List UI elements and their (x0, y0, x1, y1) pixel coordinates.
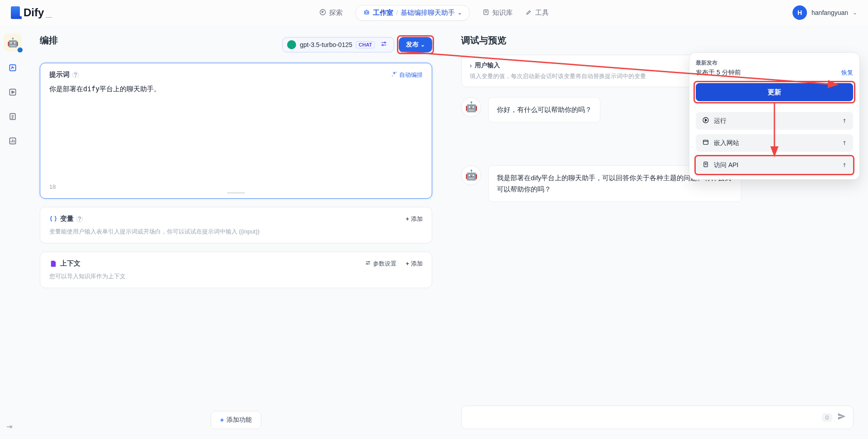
svg-marker-8 (12, 91, 14, 93)
svg-point-16 (367, 263, 368, 264)
context-params-button[interactable]: 参数设置 (365, 260, 396, 268)
preview-title: 调试与预览 (461, 34, 854, 47)
user-input-title: 用户输入 (475, 61, 500, 70)
nav-studio-active[interactable]: 工作室 / 基础编排聊天助手 ⌄ (355, 5, 470, 21)
nav-tools-label: 工具 (535, 9, 549, 17)
app-icon[interactable]: 🤖 🔵 (4, 33, 22, 51)
publish-run-item[interactable]: 运行 ↗ (696, 112, 853, 130)
page-title: 编排 (40, 34, 58, 47)
brand-logo[interactable]: Dify _ (11, 6, 52, 19)
info-icon[interactable]: ? (76, 216, 83, 222)
variables-panel: 变量 ? +添加 变量能使用户输入表单引入提示词或开场白，你可以试试在提示词中输… (40, 207, 432, 243)
tool-icon (525, 9, 533, 17)
brand-name: Dify (24, 6, 44, 19)
publish-api-item[interactable]: 访问 API ↗ (696, 156, 853, 174)
add-context-button[interactable]: +添加 (406, 260, 423, 268)
nav-studio-label: 工作室 (373, 9, 393, 17)
nav-explore-label: 探索 (329, 9, 343, 17)
auto-orchestrate-label: 自动编排 (399, 71, 423, 79)
publish-embed-label: 嵌入网站 (714, 139, 739, 147)
model-name: gpt-3.5-turbo-0125 (300, 41, 352, 48)
compass-icon (319, 9, 326, 17)
publish-timestamp: 发布于 5 分钟前 (696, 69, 741, 77)
publish-button[interactable]: 发布 ⌄ (399, 37, 432, 52)
preview-column: 调试与预览 › 用户输入 填入变量的值，每次启动新会话时该变量将自动替换提示词中… (447, 25, 868, 439)
sidebar-orchestrate[interactable] (5, 60, 21, 76)
svg-point-14 (392, 75, 393, 76)
sliders-icon[interactable] (378, 40, 389, 49)
model-selector[interactable]: gpt-3.5-turbo-0125 CHAT (282, 37, 394, 52)
nav-knowledge-label: 知识库 (492, 9, 513, 17)
publish-api-label: 访问 API (714, 161, 738, 169)
robot-icon (363, 9, 370, 17)
prompt-char-count: 18 (49, 180, 423, 190)
add-variable-button[interactable]: +添加 (406, 215, 423, 223)
nav-tools[interactable]: 工具 (525, 9, 549, 17)
prompt-title: 提示词 (49, 70, 70, 79)
chevron-right-icon: › (470, 62, 472, 69)
orchestrate-column: 编排 gpt-3.5-turbo-0125 CHAT 发布 ⌄ (25, 25, 447, 439)
app-badge-icon: 🔵 (17, 47, 23, 52)
top-nav: 探索 工作室 / 基础编排聊天助手 ⌄ 知识库 工具 (319, 5, 549, 21)
browser-icon (702, 139, 709, 147)
chat-input-bar[interactable]: 0 (461, 406, 854, 429)
bot-avatar-icon: 🤖 (461, 165, 481, 185)
resize-handle[interactable] (227, 192, 245, 194)
bot-avatar-icon: 🤖 (461, 97, 481, 117)
variables-hint: 变量能使用户输入表单引入提示词或开场白，你可以试试在提示词中输入 {{input… (49, 228, 423, 236)
sidebar-collapse[interactable]: ⇥ (6, 422, 12, 431)
publish-section-label: 最新发布 (696, 59, 853, 67)
chevron-down-icon[interactable]: ⌄ (458, 9, 462, 16)
send-icon[interactable] (837, 411, 847, 424)
svg-point-15 (369, 262, 370, 262)
logo-mark-icon (11, 6, 20, 19)
top-header: Dify _ 探索 工作室 / 基础编排聊天助手 ⌄ 知识库 (0, 0, 868, 25)
nav-knowledge[interactable]: 知识库 (482, 9, 513, 17)
publish-embed-item[interactable]: 嵌入网站 ↗ (696, 134, 853, 152)
publish-run-label: 运行 (714, 117, 726, 125)
svg-marker-18 (705, 119, 707, 121)
external-link-icon: ↗ (841, 161, 849, 169)
svg-marker-1 (322, 11, 323, 13)
external-link-icon: ↗ (841, 117, 849, 125)
info-icon[interactable]: ? (72, 72, 79, 78)
auto-orchestrate-button[interactable]: 自动编排 (391, 71, 423, 79)
context-title: 上下文 (60, 259, 80, 268)
svg-point-11 (384, 42, 386, 43)
prompt-textarea[interactable] (49, 84, 423, 178)
sidebar-playground[interactable] (5, 84, 21, 100)
bot-message: 你好，有什么可以帮助你的吗？ (488, 97, 600, 122)
chevron-down-icon: ⌄ (420, 42, 425, 48)
sidebar-analytics[interactable] (5, 133, 21, 149)
add-feature-button[interactable]: + 添加功能 (211, 411, 261, 429)
context-panel: 上下文 参数设置 +添加 您可以导入知识库作为 (40, 252, 432, 288)
variables-title: 变量 (60, 215, 74, 223)
play-icon (702, 117, 709, 125)
restore-link[interactable]: 恢复 (841, 69, 853, 77)
prompt-panel: 提示词 ? 自动编排 18 (40, 63, 432, 199)
publish-update-button[interactable]: 更新 (696, 83, 853, 101)
context-hint: 您可以导入知识库作为上下文 (49, 272, 423, 280)
chat-char-count: 0 (822, 413, 832, 422)
sparkle-icon (391, 71, 397, 79)
publish-dropdown: 最新发布 发布于 5 分钟前 恢复 更新 运行 ↗ (689, 52, 860, 180)
sliders-icon (365, 260, 371, 267)
external-link-icon: ↗ (841, 139, 849, 147)
sidebar-logs[interactable] (5, 108, 21, 125)
app-emoji-icon: 🤖 (7, 37, 19, 48)
svg-point-12 (382, 44, 383, 46)
left-sidebar: 🤖 🔵 ⇥ (0, 25, 25, 439)
breadcrumb-app-name: 基础编排聊天助手 (401, 9, 455, 17)
user-menu[interactable]: H hanfangyuan ⌄ (793, 5, 857, 20)
document-icon (702, 161, 709, 169)
user-name: hanfangyuan (811, 9, 848, 16)
nav-explore[interactable]: 探索 (319, 9, 343, 17)
chevron-down-icon: ⌄ (853, 9, 857, 16)
svg-point-3 (365, 12, 366, 13)
book-icon (482, 9, 490, 17)
user-avatar: H (793, 5, 807, 20)
svg-point-4 (367, 12, 368, 13)
openai-icon (287, 40, 296, 49)
braces-icon (49, 215, 57, 223)
svg-point-13 (396, 72, 396, 73)
